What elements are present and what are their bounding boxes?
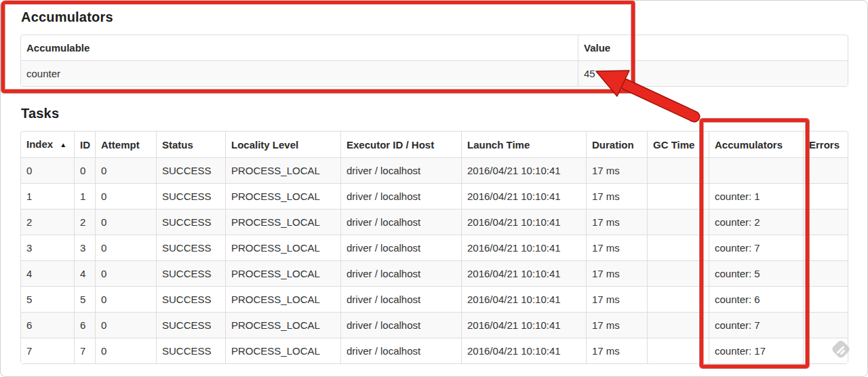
- tasks-cell-index: 2: [21, 209, 74, 235]
- tasks-cell-id: 4: [74, 260, 95, 286]
- tasks-cell-gc-time: [647, 209, 709, 235]
- tasks-cell-accumulators: counter: 7: [709, 235, 803, 260]
- tasks-cell-index: 6: [21, 312, 74, 338]
- tasks-table: Index▲IDAttemptStatusLocality LevelExecu…: [20, 131, 848, 364]
- tasks-col-label: Locality Level: [231, 139, 298, 151]
- tasks-cell-gc-time: [647, 183, 709, 209]
- tasks-cell-launch-time: 2016/04/21 10:10:41: [461, 235, 586, 260]
- tasks-cell-locality-level: PROCESS_LOCAL: [225, 157, 340, 183]
- tasks-cell-index: 0: [21, 157, 74, 183]
- tasks-col-label: Duration: [592, 139, 634, 151]
- tasks-cell-accumulators: counter: 7: [709, 312, 803, 338]
- tasks-cell-gc-time: [647, 286, 709, 312]
- tasks-cell-errors: [803, 183, 848, 209]
- tasks-cell-locality-level: PROCESS_LOCAL: [225, 209, 340, 235]
- tasks-cell-attempt: 0: [95, 338, 156, 363]
- tasks-cell-executor-id-host: driver / localhost: [340, 183, 461, 209]
- tasks-cell-attempt: 0: [95, 235, 156, 260]
- tasks-cell-duration: 17 ms: [586, 338, 647, 363]
- tasks-cell-accumulators: [709, 157, 803, 183]
- accumulable-col-label: Value: [584, 42, 610, 54]
- tasks-cell-errors: [803, 157, 848, 183]
- tasks-cell-gc-time: [647, 338, 709, 363]
- accumulable-col-header-accumulable[interactable]: Accumulable: [21, 35, 578, 60]
- spark-ui-page: Accumulators AccumulableValue counter45 …: [0, 0, 868, 377]
- tasks-col-header-attempt[interactable]: Attempt: [95, 132, 156, 157]
- tasks-cell-id: 0: [74, 157, 95, 183]
- tasks-col-header-gc-time[interactable]: GC Time: [647, 132, 709, 157]
- tasks-col-header-executor-id-host[interactable]: Executor ID / Host: [340, 132, 461, 157]
- tasks-cell-duration: 17 ms: [586, 157, 647, 183]
- tasks-col-label: Attempt: [101, 139, 140, 151]
- tasks-cell-attempt: 0: [95, 312, 156, 338]
- tasks-cell-accumulators: counter: 6: [709, 286, 803, 312]
- tasks-cell-duration: 17 ms: [586, 286, 647, 312]
- accumulators-section-title: Accumulators: [21, 9, 848, 25]
- tasks-cell-status: SUCCESS: [156, 312, 225, 338]
- tasks-cell-accumulators: counter: 5: [709, 260, 803, 286]
- tasks-cell-errors: [803, 260, 848, 286]
- tasks-cell-executor-id-host: driver / localhost: [340, 286, 461, 312]
- tasks-cell-index: 1: [21, 183, 74, 209]
- tasks-cell-executor-id-host: driver / localhost: [340, 209, 461, 235]
- tasks-cell-duration: 17 ms: [586, 209, 647, 235]
- tasks-cell-locality-level: PROCESS_LOCAL: [225, 312, 340, 338]
- tasks-cell-errors: [803, 312, 848, 338]
- tasks-col-header-accumulators[interactable]: Accumulators: [709, 132, 803, 157]
- tasks-table-row: 770SUCCESSPROCESS_LOCALdriver / localhos…: [21, 338, 848, 363]
- tasks-cell-launch-time: 2016/04/21 10:10:41: [461, 209, 586, 235]
- tasks-cell-executor-id-host: driver / localhost: [340, 312, 461, 338]
- accumulable-cell-value: 45: [578, 60, 848, 86]
- tasks-col-label: Errors: [809, 139, 840, 151]
- tasks-col-label: ID: [80, 139, 90, 151]
- accumulable-table-head: AccumulableValue: [21, 35, 848, 60]
- tasks-cell-locality-level: PROCESS_LOCAL: [225, 338, 340, 363]
- tasks-section-title: Tasks: [21, 106, 848, 121]
- tasks-cell-launch-time: 2016/04/21 10:10:41: [461, 312, 586, 338]
- tasks-cell-launch-time: 2016/04/21 10:10:41: [461, 338, 586, 363]
- tasks-cell-status: SUCCESS: [156, 338, 225, 363]
- accumulable-table-body: counter45: [21, 60, 848, 86]
- tasks-cell-accumulators: counter: 17: [709, 338, 803, 363]
- tasks-cell-index: 7: [21, 338, 74, 363]
- tasks-cell-launch-time: 2016/04/21 10:10:41: [461, 260, 586, 286]
- accumulable-header-row: AccumulableValue: [21, 35, 848, 60]
- tasks-col-label: Accumulators: [715, 139, 783, 151]
- tasks-col-header-index[interactable]: Index▲: [21, 132, 74, 157]
- tasks-cell-index: 5: [21, 286, 74, 312]
- tasks-cell-accumulators: counter: 1: [709, 183, 803, 209]
- tasks-table-body: 000SUCCESSPROCESS_LOCALdriver / localhos…: [21, 157, 848, 363]
- tasks-cell-status: SUCCESS: [156, 260, 225, 286]
- tasks-cell-errors: [803, 338, 848, 363]
- tasks-col-header-launch-time[interactable]: Launch Time: [461, 132, 586, 157]
- tasks-col-header-duration[interactable]: Duration: [586, 132, 647, 157]
- tasks-cell-status: SUCCESS: [156, 286, 225, 312]
- tasks-table-row: 110SUCCESSPROCESS_LOCALdriver / localhos…: [21, 183, 848, 209]
- tasks-col-header-id[interactable]: ID: [74, 132, 95, 157]
- tasks-col-header-locality-level[interactable]: Locality Level: [225, 132, 340, 157]
- tasks-table-row: 660SUCCESSPROCESS_LOCALdriver / localhos…: [21, 312, 848, 338]
- tasks-cell-gc-time: [647, 312, 709, 338]
- tasks-table-head: Index▲IDAttemptStatusLocality LevelExecu…: [21, 132, 848, 157]
- tasks-table-row: 000SUCCESSPROCESS_LOCALdriver / localhos…: [21, 157, 848, 183]
- tasks-cell-id: 5: [74, 286, 95, 312]
- tasks-cell-id: 6: [74, 312, 95, 338]
- tasks-cell-errors: [803, 209, 848, 235]
- tasks-cell-errors: [803, 286, 848, 312]
- tasks-cell-attempt: 0: [95, 157, 156, 183]
- tasks-col-label: Index: [26, 138, 53, 150]
- tasks-cell-executor-id-host: driver / localhost: [340, 338, 461, 363]
- tasks-col-header-status[interactable]: Status: [156, 132, 225, 157]
- page-content: Accumulators AccumulableValue counter45 …: [1, 9, 867, 364]
- tasks-col-header-errors[interactable]: Errors: [803, 132, 848, 157]
- tasks-cell-id: 1: [74, 183, 95, 209]
- accumulable-col-header-value[interactable]: Value: [578, 35, 848, 60]
- tasks-table-row: 550SUCCESSPROCESS_LOCALdriver / localhos…: [21, 286, 848, 312]
- tasks-cell-status: SUCCESS: [156, 235, 225, 260]
- tasks-cell-id: 3: [74, 235, 95, 260]
- accumulable-table-row: counter45: [21, 60, 848, 86]
- tasks-cell-status: SUCCESS: [156, 157, 225, 183]
- tasks-cell-status: SUCCESS: [156, 183, 225, 209]
- tasks-cell-status: SUCCESS: [156, 209, 225, 235]
- tasks-cell-launch-time: 2016/04/21 10:10:41: [461, 157, 586, 183]
